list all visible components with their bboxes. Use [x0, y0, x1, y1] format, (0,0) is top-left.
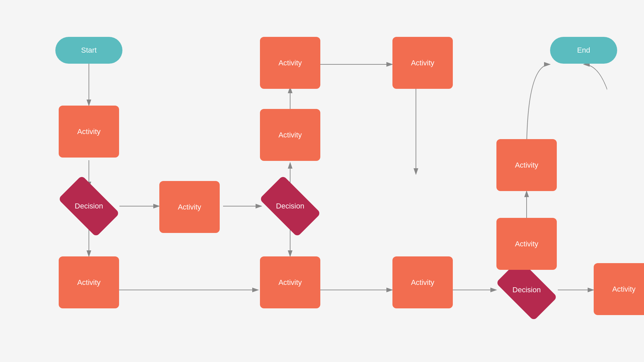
activity-label-1: Activity: [77, 127, 101, 136]
decision-label-3: Decision: [513, 286, 541, 294]
activity-label-3: Activity: [278, 131, 302, 139]
activity-label-top3: Activity: [411, 59, 434, 67]
decision-label-2: Decision: [276, 202, 304, 210]
decision-node-2: Decision: [260, 188, 320, 225]
end-node: End: [550, 37, 617, 64]
end-label: End: [577, 46, 590, 55]
start-label: Start: [81, 46, 97, 55]
start-node: Start: [55, 37, 122, 64]
activity-label-b0: Activity: [77, 278, 101, 287]
activity-node-bottom-0: Activity: [59, 256, 119, 308]
activity-label-top2: Activity: [278, 59, 302, 67]
activity-node-top-3: Activity: [392, 37, 453, 89]
activity-label-2: Activity: [178, 203, 201, 212]
decision-label-1: Decision: [75, 202, 103, 210]
activity-label-right5: Activity: [612, 285, 636, 294]
activity-label-bottom2: Activity: [278, 278, 302, 287]
decision-node-1: Decision: [59, 188, 119, 225]
flowchart-diagram: Start Activity Decision Activity Activit…: [37, 20, 607, 342]
activity-label-mid4: Activity: [515, 161, 538, 170]
activity-node-lower-4: Activity: [496, 218, 557, 270]
activity-node-bottom-2: Activity: [260, 256, 320, 308]
activity-label-lower4: Activity: [515, 240, 538, 248]
decision-node-3: Decision: [496, 272, 557, 308]
activity-node-right-5: Activity: [594, 263, 644, 315]
activity-node-1: Activity: [59, 106, 119, 158]
activity-label-bottom3: Activity: [411, 278, 434, 287]
activity-node-3: Activity: [260, 109, 320, 161]
activity-node-top-2: Activity: [260, 37, 320, 89]
activity-node-2: Activity: [159, 181, 220, 233]
activity-node-mid-4: Activity: [496, 139, 557, 191]
activity-node-bottom-3: Activity: [392, 256, 453, 308]
